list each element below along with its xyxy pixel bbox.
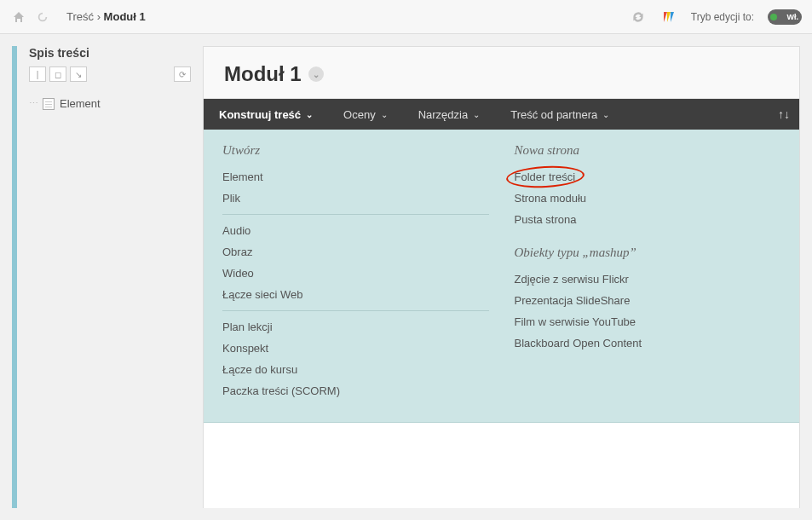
tool-box[interactable]: ◻ [49,66,66,82]
create-heading: Utwórz [222,143,489,158]
menu-tools[interactable]: Narzędzia ⌄ [403,99,496,130]
content-body [204,423,799,508]
menubar: Konstruuj treść ⌄ Oceny ⌄ Narzędzia ⌄ Tr… [204,99,799,130]
title-menu-icon[interactable]: ⌄ [308,66,324,82]
content-area: Moduł 1 ⌄ Konstruuj treść ⌄ Oceny ⌄ Narz… [203,46,800,508]
left-accent-bar [12,46,17,508]
create-item-scorm[interactable]: Paczka treści (SCORM) [222,380,489,402]
menu-grades[interactable]: Oceny ⌄ [328,99,403,130]
recycle-icon[interactable] [34,9,51,26]
create-item-file[interactable]: Plik [222,188,489,209]
create-item-element[interactable]: Element [222,166,489,188]
home-icon[interactable] [10,9,27,26]
chevron-down-icon: ⌄ [473,110,480,119]
topbar: Treść › Moduł 1 Tryb edycji to: Wł. [0,0,812,34]
create-item-syllabus[interactable]: Konspekt [222,338,489,359]
menu-partner-content[interactable]: Treść od partnera ⌄ [495,99,625,130]
sort-icon[interactable]: ↑↓ [769,99,799,130]
breadcrumb-root[interactable]: Treść [66,10,94,23]
create-item-weblink[interactable]: Łącze sieci Web [222,284,489,305]
create-item-audio[interactable]: Audio [222,220,489,241]
sync-icon[interactable] [630,9,647,26]
page-title: Moduł 1 ⌄ [224,62,324,86]
mashup-item-youtube[interactable]: Film w serwisie YouTube [515,311,781,332]
dropdown-col-create: Utwórz Element Plik Audio Obraz Wideo Łą… [222,143,489,402]
chevron-down-icon: ⌄ [602,110,609,119]
newpage-item-content-folder[interactable]: Folder treści [515,166,781,188]
newpage-item-module-page[interactable]: Strona modułu [515,188,781,209]
tool-arrow[interactable]: ↘ [70,66,87,82]
chevron-down-icon: ⌄ [381,110,388,119]
create-item-video[interactable]: Wideo [222,263,489,284]
dropdown-col-newpage: Nowa strona Folder treści Strona modułu … [515,143,781,402]
edit-mode-label: Tryb edycji to: [691,11,754,23]
chevron-down-icon: ⌄ [306,110,313,119]
create-item-lesson-plan[interactable]: Plan lekcji [222,316,489,338]
edit-mode-toggle[interactable]: Wł. [768,9,802,25]
breadcrumb: Treść › Moduł 1 [66,10,146,23]
tool-collapse[interactable]: | [29,66,46,82]
create-item-image[interactable]: Obraz [222,241,489,263]
sidebar-item-element[interactable]: ⋯ Element [29,94,191,113]
newpage-heading: Nowa strona [515,143,781,158]
create-item-course-link[interactable]: Łącze do kursu [222,359,489,380]
tree-connector-icon: ⋯ [29,98,37,109]
mashup-item-slideshare[interactable]: Prezentacja SlideShare [515,290,781,311]
breadcrumb-current: Moduł 1 [104,10,146,23]
mashup-item-open-content[interactable]: Blackboard Open Content [515,332,781,354]
content-header: Moduł 1 ⌄ [204,47,799,99]
mashup-heading: Obiekty typu „mashup” [515,246,781,260]
mashup-item-flickr[interactable]: Zdjęcie z serwisu Flickr [515,269,781,290]
construct-dropdown: Utwórz Element Plik Audio Obraz Wideo Łą… [204,130,799,423]
toggle-state: Wł. [787,13,799,21]
menu-construct-content[interactable]: Konstruuj treść ⌄ [204,99,328,130]
sidebar: Spis treści | ◻ ↘ ⟳ ⋯ Element [29,46,191,508]
newpage-item-blank-page[interactable]: Pusta strona [515,209,781,230]
sidebar-item-label: Element [60,97,101,110]
tool-refresh-icon[interactable]: ⟳ [174,66,191,82]
page-icon [43,98,55,110]
sidebar-title: Spis treści [29,46,191,60]
theme-icon[interactable] [660,9,677,26]
